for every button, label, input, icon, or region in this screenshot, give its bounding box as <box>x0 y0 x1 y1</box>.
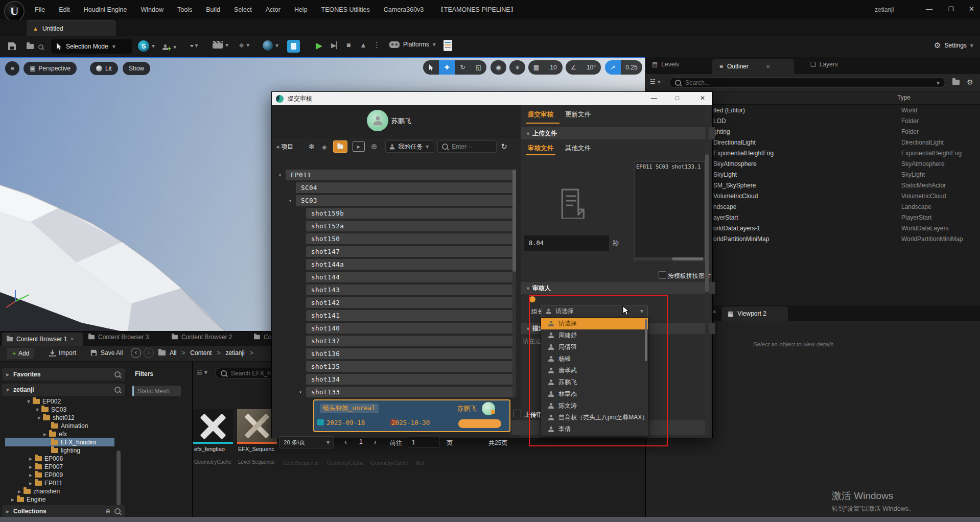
back-button[interactable]: ‹ <box>131 348 141 358</box>
page-size-select[interactable]: 20 条\页▾ <box>279 436 334 448</box>
menu-tools[interactable]: Tools <box>177 6 192 13</box>
tree-item-ep006[interactable]: ▸EP006 <box>29 455 63 462</box>
tab-review-file[interactable]: 审核文件 <box>528 144 553 153</box>
menu-help[interactable]: Help <box>294 6 308 13</box>
landscape-button[interactable]: ◆▾ <box>239 41 249 49</box>
asset-category-flower-icon[interactable]: ✽ <box>309 143 315 151</box>
teamones-plugin-button[interactable] <box>287 40 300 53</box>
tree-node-shot[interactable]: shot142 <box>306 297 514 308</box>
menu-file[interactable]: File <box>35 6 45 13</box>
thumbnail-hscrollbar[interactable] <box>635 257 704 260</box>
task-card[interactable]: 镜头特效_unreal 苏鹏飞 2025-09-18 2025-10-30 <box>313 399 510 432</box>
upload-review-checkbox[interactable] <box>514 410 521 417</box>
filter-chip-static-mesh[interactable]: Static Mesh <box>132 386 181 396</box>
search-icon[interactable] <box>114 387 121 393</box>
tree-item-engine[interactable]: ▸Engine <box>11 496 45 503</box>
menu-edit[interactable]: Edit <box>59 6 70 13</box>
tree-item-animation[interactable]: Animation <box>51 422 88 430</box>
tree-node-ep011[interactable]: ▾EP011 <box>286 170 514 180</box>
goto-page-input[interactable]: 1 <box>408 437 439 447</box>
window-close-button[interactable]: ✕ <box>969 5 974 13</box>
shot-tree-scrollbar[interactable] <box>512 170 516 397</box>
add-actor-button[interactable]: + ▾ <box>162 41 176 53</box>
play-options-icon[interactable]: ⋮ <box>373 40 381 50</box>
tree-item-lighting[interactable]: lighting <box>51 447 80 454</box>
tree-item-shot012[interactable]: ▾shot012 <box>37 414 75 421</box>
grid-snap-value[interactable]: 10 <box>544 60 563 75</box>
tab-content-browser-4[interactable]: Co <box>253 334 271 341</box>
tree-item-ep011[interactable]: ▸EP011 <box>29 480 62 487</box>
search-icon[interactable] <box>114 371 121 377</box>
blueprints-dropdown-button[interactable]: ▪▪▾ <box>190 42 198 49</box>
tree-item-sc03[interactable]: ▾SC03 <box>36 406 66 413</box>
tab-levels[interactable]: ▤Levels <box>652 61 679 68</box>
tree-item-ep002[interactable]: ▾EP002 <box>27 398 61 405</box>
menu-teones-utilities[interactable]: TEONES Utilities <box>321 6 370 13</box>
tree-node-shot[interactable]: shot136 <box>306 348 514 359</box>
stop-button[interactable]: ■ <box>346 41 351 49</box>
globe-category-icon[interactable]: ⊕ <box>371 142 378 151</box>
tree-node-shot[interactable]: shot143 <box>306 284 514 295</box>
upload-files-section-header[interactable]: ▾上传文件 <box>521 127 715 139</box>
shot-thumbnail-panel[interactable]: EP011_SC03_shot133.1 <box>634 161 705 262</box>
revision-control-icon[interactable] <box>27 43 40 51</box>
menu-actor[interactable]: Actor <box>266 6 281 13</box>
upload-doc-icon[interactable] <box>559 188 587 219</box>
forward-button[interactable]: › <box>144 348 154 358</box>
scale-tool-button[interactable]: ◱ <box>471 60 486 75</box>
tree-scrollbar[interactable] <box>116 450 121 509</box>
dialog-minimize-button[interactable]: — <box>651 94 657 102</box>
import-button[interactable]: Import <box>49 349 76 357</box>
tree-node-shot[interactable]: shot135 <box>306 361 514 372</box>
outliner-filter-button[interactable]: ☱▾ <box>650 78 661 85</box>
tree-node-shot[interactable]: shot144 <box>306 272 514 282</box>
breadcrumb-zetianji[interactable]: zetianji <box>225 349 244 357</box>
tree-node-shot[interactable]: shot159b <box>306 208 514 219</box>
viewport-menu-icon[interactable]: ≡ <box>5 61 19 76</box>
new-folder-icon[interactable] <box>952 80 960 85</box>
window-minimize-button[interactable]: — <box>926 5 932 13</box>
outliner-search-input[interactable]: Search... ▾ <box>669 77 945 88</box>
tree-node-sc04[interactable]: SC04 <box>296 182 514 193</box>
show-dropdown[interactable]: Show <box>123 62 150 75</box>
move-tool-button[interactable]: ✚ <box>439 60 455 75</box>
menu-camera360[interactable]: Camera360v3 <box>384 6 424 13</box>
breadcrumb-all[interactable]: All <box>170 349 176 357</box>
menu-build[interactable]: Build <box>206 6 220 13</box>
perspective-dropdown[interactable]: ▣Perspective <box>24 62 77 75</box>
asset-category-layers-icon[interactable]: ◈ <box>322 143 327 151</box>
add-button[interactable]: +Add <box>7 348 34 359</box>
settings-button[interactable]: ⚙ Settings ▾ <box>934 41 973 50</box>
unreal-logo-icon[interactable]: U <box>4 1 25 21</box>
tab-other-file[interactable]: 其他文件 <box>565 144 591 153</box>
scale-snap-value[interactable]: 0.25 <box>621 60 642 75</box>
next-page-button[interactable]: › <box>374 438 377 446</box>
surface-snap-button[interactable]: ∗ <box>509 60 525 75</box>
tab-submit-review[interactable]: 提交审核 <box>528 110 553 119</box>
cinematics-button[interactable]: ▾ <box>213 41 228 49</box>
tree-node-shot[interactable]: shot150 <box>306 233 514 244</box>
world-local-toggle[interactable]: ◉ <box>491 60 506 75</box>
menu-teamones-pipeline[interactable]: 【TEAMONES PIPELINE】 <box>437 6 517 14</box>
dialog-right-scrollbar[interactable] <box>705 105 709 438</box>
tree-item-efx-houdini[interactable]: EFX_houdini <box>51 439 96 446</box>
window-restore-button[interactable]: ❐ <box>948 6 954 13</box>
search-icon[interactable] <box>114 508 121 514</box>
asset-filter-button[interactable]: ☱▾ <box>197 369 207 376</box>
tree-node-shot133[interactable]: ▾shot133 <box>306 387 514 397</box>
reviewer-section-header[interactable]: ▾审核人 <box>521 282 715 294</box>
select-tool-button[interactable] <box>423 60 439 75</box>
task-search-input[interactable]: Enter··· <box>437 140 497 153</box>
collapse-left-icon[interactable]: ◂ <box>276 143 279 150</box>
breadcrumb-content[interactable]: Content <box>190 349 212 357</box>
tree-item-ep009[interactable]: ▸EP009 <box>29 471 63 479</box>
shots-category-button[interactable] <box>333 140 347 153</box>
tree-item-efx[interactable]: ▸efx <box>43 431 67 438</box>
tree-node-sc03[interactable]: ▾SC03 <box>296 195 514 206</box>
level-tab[interactable]: ▲ Untitled <box>27 20 116 36</box>
tree-node-shot[interactable]: shot140 <box>306 323 514 334</box>
details-tab-close-icon[interactable]: ✕ <box>712 309 716 315</box>
menu-window[interactable]: Window <box>141 6 164 13</box>
play-button[interactable]: ▶ <box>316 40 322 51</box>
tree-item-ep007[interactable]: ▸EP007 <box>29 463 63 470</box>
